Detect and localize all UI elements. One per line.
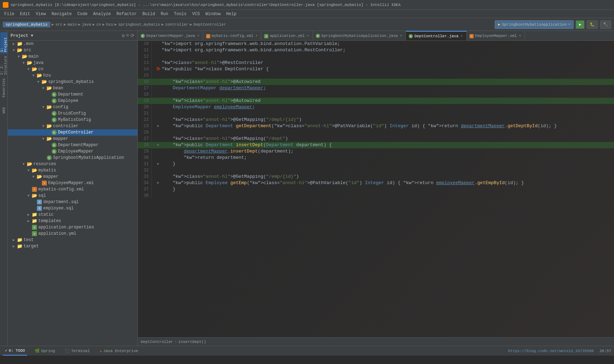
tree-item-application.properties[interactable]: papplication.properties: [8, 224, 137, 230]
tree-item-DepartmentMapper[interactable]: CDepartmentMapper: [8, 142, 137, 148]
fold-icon[interactable]: ▶: [157, 142, 159, 148]
menu-item-code[interactable]: Code: [75, 10, 90, 18]
tree-item-EmployeeMapper[interactable]: CEmployeeMapper: [8, 148, 137, 155]
tree-item-bean[interactable]: ▼📂bean: [8, 85, 137, 91]
panel-tab-favorites[interactable]: Favorites: [0, 77, 7, 98]
tree-item-target[interactable]: ▶📁target: [8, 243, 137, 249]
menu-item-edit[interactable]: Edit: [17, 10, 33, 18]
tab-close-EmployeeMapper.xml[interactable]: ×: [518, 34, 522, 38]
panel-tab-project[interactable]: 1: Project: [0, 32, 7, 53]
menu-item-help[interactable]: Help: [223, 10, 239, 18]
spring-tab[interactable]: 🌿 Spring: [33, 346, 57, 356]
left-panel-tabs: 1: Project 2: Z-Structure Favorites Web: [0, 31, 8, 346]
breadcrumb-insertdept[interactable]: insertDept(): [178, 340, 206, 344]
tab-EmployeeMapper.xml[interactable]: xEmployeeMapper.xml×: [467, 31, 525, 41]
tree-item-EmployeeMapper.xml[interactable]: xEmployeeMapper.xml: [8, 180, 137, 186]
tree-item-src[interactable]: ▼📂src: [8, 47, 137, 53]
line-gutter-34[interactable]: ▶: [155, 180, 162, 186]
tree-item-mapper-res[interactable]: ▼📂mapper: [8, 174, 137, 180]
tree-item-resources[interactable]: ▼📂resources: [8, 161, 137, 167]
bc-main[interactable]: main: [68, 22, 77, 27]
java-icon-DruidConfig: C: [51, 111, 57, 116]
fold-icon[interactable]: ▶: [157, 123, 159, 129]
tree-label-templates: templates: [38, 219, 61, 223]
menu-item-navigate[interactable]: Navigate: [49, 10, 75, 18]
tab-close-SpringbootMybatisApplication.java[interactable]: ×: [399, 34, 403, 38]
panel-tab-web[interactable]: Web: [0, 100, 7, 121]
menu-item-file[interactable]: File: [1, 10, 17, 18]
tab-close-application.yml[interactable]: ×: [306, 34, 310, 38]
tab-close-DeptController.java[interactable]: ×: [460, 34, 463, 39]
tab-close-DepartmentMapper.java[interactable]: ×: [197, 34, 200, 38]
tab-application.yml[interactable]: yapplication.yml×: [261, 31, 313, 41]
tree-item-static[interactable]: ▶📁static: [8, 212, 137, 218]
menu-item-analyze[interactable]: Analyze: [90, 10, 114, 18]
tree-item-test[interactable]: ▶📁test: [8, 237, 137, 243]
code-line-33: 33 "kw">class="annot-hl">@GetMapping("/e…: [138, 174, 614, 180]
tree-item-main[interactable]: ▼📂main: [8, 53, 137, 60]
sidebar-collapse-icon[interactable]: ≡: [126, 33, 129, 39]
menu-item-window[interactable]: Window: [203, 10, 223, 18]
tree-item-Department[interactable]: CDepartment: [8, 91, 137, 98]
run-button[interactable]: ▶: [576, 20, 584, 29]
tab-close-mybatis-config.xml[interactable]: ×: [255, 34, 258, 38]
fold-icon[interactable]: ▶: [157, 161, 159, 167]
tree-item-DruidConfig[interactable]: CDruidConfig: [8, 110, 137, 117]
breadcrumb-deptcontroller[interactable]: DeptController: [141, 340, 173, 344]
sidebar-settings-icon[interactable]: ⚙: [122, 33, 124, 39]
line-gutter-31[interactable]: ▶: [155, 161, 162, 167]
tab-SpringbootMybatisApplication.java[interactable]: CSpringbootMybatisApplication.java×: [313, 31, 406, 41]
tree-item-cn[interactable]: ▼📂cn: [8, 66, 137, 72]
bc-file[interactable]: DeptController: [193, 22, 226, 27]
tree-item-SpringbootMybatisApplication[interactable]: CSpringbootMybatisApplication: [8, 155, 137, 161]
tree-item-springboot_mybatis[interactable]: ▼📂springboot_mybatis: [8, 79, 137, 85]
bc-controller[interactable]: controller: [165, 22, 188, 27]
tree-item-mybatis[interactable]: ▼📂mybatis: [8, 167, 137, 174]
tree-item-DeptController[interactable]: CDeptController: [8, 129, 137, 136]
tree-item-department.sql[interactable]: Sdepartment.sql: [8, 199, 137, 205]
terminal-tab[interactable]: ⬛ Terminal: [63, 346, 92, 356]
run-config-dropdown[interactable]: ▶ SpringbootMybatisApplication ▼: [495, 20, 574, 29]
tree-item-mapper[interactable]: ▼📂mapper: [8, 136, 137, 142]
java-icon-MyBatisConfig: C: [51, 117, 57, 123]
tree-item-application.yml[interactable]: yapplication.yml: [8, 230, 137, 237]
tree-item-Employee[interactable]: CEmployee: [8, 98, 137, 104]
tree-item-java[interactable]: ▼📂java: [8, 60, 137, 66]
build-button[interactable]: 🔨: [600, 20, 611, 29]
panel-tab-structure[interactable]: 2: Z-Structure: [0, 55, 7, 76]
bc-java[interactable]: java: [82, 22, 91, 27]
tree-item-controller[interactable]: ▼📂controller: [8, 123, 137, 129]
tree-item-employee.sql[interactable]: Semployee.sql: [8, 205, 137, 212]
tree-item-config[interactable]: ▼📂config: [8, 104, 137, 110]
bc-springboot[interactable]: springboot_mybatis: [118, 22, 160, 27]
tree-item-mvn[interactable]: ▶📁.mvn: [8, 41, 137, 47]
menu-item-refactor[interactable]: Refactor: [114, 10, 140, 18]
tree-item-sql[interactable]: ▼📂sql: [8, 193, 137, 199]
sidebar-sync-icon[interactable]: ⟳: [130, 33, 135, 39]
tab-DeptController.java[interactable]: CDeptController.java×: [406, 31, 466, 41]
line-gutter-23[interactable]: ▶: [155, 123, 162, 129]
tree-item-MyBatisConfig[interactable]: CMyBatisConfig: [8, 117, 137, 123]
line-gutter-28[interactable]: ▶: [155, 142, 162, 148]
code-editor[interactable]: 10"kw">import org.springframework.web.bi…: [138, 41, 614, 337]
bc-cn[interactable]: cn: [96, 22, 101, 27]
tree-item-hzu[interactable]: ▼📂hzu: [8, 72, 137, 79]
debug-button[interactable]: 🐛: [587, 20, 598, 29]
java-enterprise-tab[interactable]: ☕ Java Enterprise: [97, 346, 140, 356]
tree-item-templates[interactable]: ▶📁templates: [8, 218, 137, 224]
bc-src[interactable]: src: [55, 22, 62, 27]
menu-item-view[interactable]: View: [33, 10, 49, 18]
props-icon-application.properties: p: [32, 225, 37, 230]
tree-item-mybatis-config.xml[interactable]: xmybatis-config.xml: [8, 186, 137, 193]
tab-mybatis-config.xml[interactable]: xmybatis-config.xml×: [203, 31, 262, 41]
fold-icon[interactable]: ▶: [157, 180, 159, 186]
tab-DepartmentMapper.java[interactable]: CDepartmentMapper.java×: [138, 31, 203, 41]
project-name-btn[interactable]: springboot_mybatis: [3, 22, 50, 27]
bc-hzu[interactable]: hzu: [106, 22, 113, 27]
menu-item-run[interactable]: Run: [158, 10, 171, 18]
menu-item-vcs[interactable]: VCS: [190, 10, 203, 18]
menu-item-build[interactable]: Build: [140, 10, 158, 18]
main-layout: 1: Project 2: Z-Structure Favorites Web …: [0, 31, 614, 346]
menu-item-tools[interactable]: Tools: [171, 10, 190, 18]
todo-tab[interactable]: ✓ 6: TODO: [3, 346, 27, 356]
